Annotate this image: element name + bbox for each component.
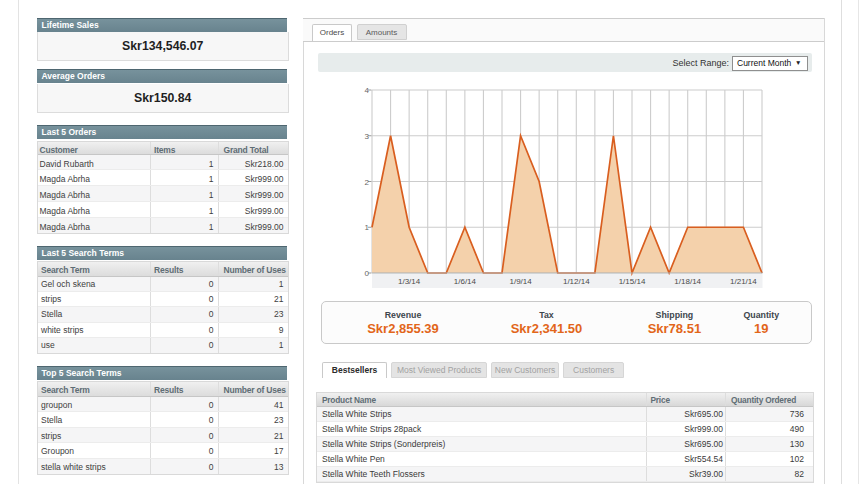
svg-text:1/6/14: 1/6/14 — [454, 277, 477, 286]
svg-text:0: 0 — [365, 269, 370, 278]
svg-text:1/21/14: 1/21/14 — [730, 277, 757, 286]
svg-text:1/12/14: 1/12/14 — [563, 277, 590, 286]
svg-text:1/9/14: 1/9/14 — [509, 277, 532, 286]
svg-text:3: 3 — [365, 132, 370, 141]
svg-text:4: 4 — [365, 86, 370, 95]
svg-text:1/18/14: 1/18/14 — [674, 277, 701, 286]
svg-text:1: 1 — [365, 223, 370, 232]
svg-text:1/15/14: 1/15/14 — [619, 277, 646, 286]
svg-text:2: 2 — [365, 178, 370, 187]
svg-text:1/3/14: 1/3/14 — [398, 277, 421, 286]
